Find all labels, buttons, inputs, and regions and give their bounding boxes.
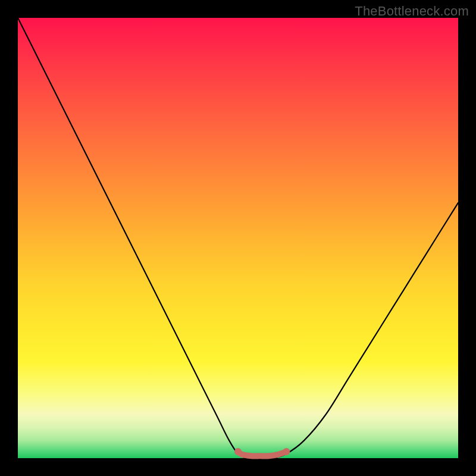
bottleneck-curve-path	[18, 18, 458, 459]
optimal-range-marker-start	[234, 448, 242, 455]
optimal-range-marker-end	[283, 448, 290, 455]
plot-area	[18, 18, 458, 458]
chart-frame: TheBottleneck.com	[0, 0, 476, 476]
watermark-text: TheBottleneck.com	[355, 4, 469, 19]
chart-svg	[18, 18, 458, 458]
optimal-range-marker-path	[238, 452, 286, 456]
